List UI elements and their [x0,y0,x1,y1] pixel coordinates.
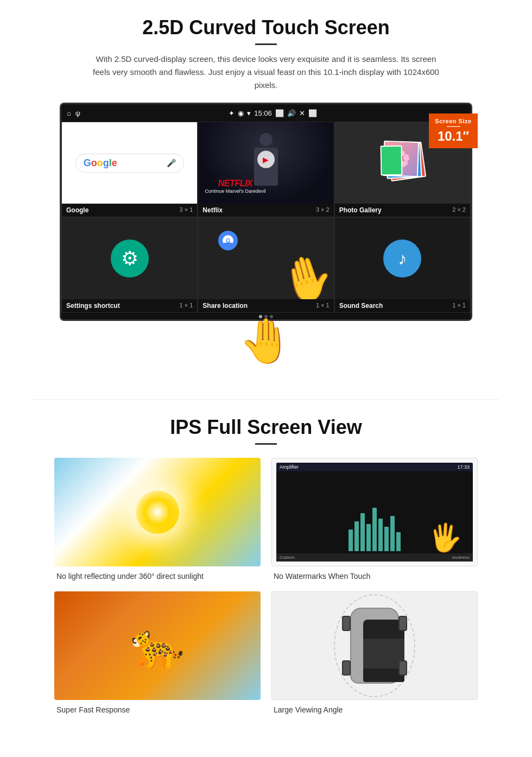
netflix-app-size: 3 × 2 [316,206,330,214]
device-statusbar: ⌂ ψ ✦ ◉ ▾ 15:06 ⬜ 🔊 ✕ ⬜ [61,104,471,122]
battery-x-icon: ✕ [299,109,305,117]
eq-bar-3[interactable] [360,513,365,551]
play-button[interactable]: ▶ [257,151,275,168]
netflix-logo-text: NETFLIX [205,179,265,188]
app-grid: Google 🎤 Google 3 × 1 [61,122,471,313]
eq-bar-7[interactable] [384,527,389,551]
screen-icon: ⬜ [308,109,317,117]
photo-stack: 🌸 [381,141,424,185]
gallery-app-name: Photo Gallery [339,206,382,214]
music-note-icon: ♪ [398,249,407,269]
eq-bar-6[interactable] [378,519,383,551]
music-circle: ♪ [383,239,421,277]
mic-icon[interactable]: 🎤 [167,159,176,167]
eq-bar-5[interactable] [372,508,377,551]
google-app-size: 3 × 1 [180,206,193,214]
amp-preset[interactable]: Custom [280,555,295,560]
maps-logo: G [214,229,242,264]
eq-bar-2[interactable] [354,521,359,551]
eq-bar-9[interactable] [396,532,401,551]
sound-label-row: Sound Search 1 × 1 [335,299,470,312]
feature-cheetah: 🐆 Super Fast Response [54,591,261,714]
app-cell-share[interactable]: G 🤚 Share location 1 × 1 [198,217,334,313]
amplifier-caption: No Watermarks When Touch [271,572,478,581]
amp-time: 17:33 [457,464,470,470]
car-wheel-rl [342,660,351,676]
amp-body: 🖐 [276,471,473,553]
google-label-row: Google 3 × 1 [62,204,197,217]
car-wheel-rr [398,660,407,676]
car-top-view [342,602,407,689]
amplifier-visual: Amplifier 17:33 [271,458,478,566]
section-ips: IPS Full Screen View No light reflecting… [0,400,532,725]
screen-size-badge: Screen Size 10.1″ [429,113,478,148]
netflix-thumbnail: ▶ NETFLIX Continue Marvel's Daredevil [198,122,333,204]
hand-pointer: 🤚 [274,248,333,299]
svg-text:G: G [226,237,231,244]
status-left: ⌂ ψ [67,109,80,117]
amp-header: Amplifier 17:33 [276,463,473,471]
app-cell-settings[interactable]: ⚙ Settings shortcut 1 × 1 [61,217,198,313]
sound-app-size: 1 × 1 [452,302,466,310]
eq-bar-4[interactable] [366,524,371,551]
sunlight-caption: No light reflecting under 360° direct su… [54,572,261,581]
wifi-icon: ▾ [247,109,251,117]
app-cell-google[interactable]: Google 🎤 Google 3 × 1 [61,122,198,217]
eq-bar-1[interactable] [349,529,353,551]
settings-label-row: Settings shortcut 1 × 1 [62,299,197,312]
settings-icon-circle: ⚙ [111,239,149,277]
car-wheel-fl [342,616,351,631]
cheetah-image: 🐆 [54,591,261,700]
amp-loudness: loudness [452,555,470,560]
amp-footer: Custom loudness [276,553,473,562]
share-label-row: Share location 1 × 1 [198,299,333,312]
bluetooth-icon: ✦ [229,109,235,117]
sound-thumbnail: ♪ [335,218,470,299]
badge-size: 10.1″ [432,129,474,144]
netflix-app-name: Netflix [202,206,223,214]
cheetah-caption: Super Fast Response [54,705,261,714]
status-time: 15:06 [254,109,272,117]
settings-app-size: 1 × 1 [180,302,193,310]
hand-touch-icon: 🖐 [428,522,462,553]
section2-title: IPS Full Screen View [33,416,499,439]
home-icon[interactable]: ⌂ [67,109,71,117]
sunlight-visual [54,458,261,566]
settings-app-name: Settings shortcut [66,302,120,310]
badge-title: Screen Size [432,118,474,124]
car-body [350,608,399,684]
amplifier-image: Amplifier 17:33 [271,458,478,566]
section-curved-touch: 2.5D Curved Touch Screen With 2.5D curve… [0,0,532,377]
netflix-label-row: Netflix 3 × 2 [198,204,333,217]
sun-burst [136,490,179,534]
volume-icon[interactable]: 🔊 [287,109,296,117]
cheetah-visual: 🐆 [54,591,261,700]
sound-app-name: Sound Search [339,302,383,310]
gallery-app-size: 2 × 2 [452,206,466,214]
settings-thumbnail: ⚙ [62,218,197,299]
car-visual [271,591,478,700]
eq-bars [349,508,401,551]
amp-title: Amplifier [280,464,299,470]
car-caption: Large Viewing Angle [271,705,478,714]
gallery-label-row: Photo Gallery 2 × 2 [335,204,470,217]
device-frame: ⌂ ψ ✦ ◉ ▾ 15:06 ⬜ 🔊 ✕ ⬜ [60,103,472,321]
app-cell-netflix[interactable]: ▶ NETFLIX Continue Marvel's Daredevil Ne… [198,122,334,217]
feature-car: Large Viewing Angle [271,591,478,714]
feature-grid: No light reflecting under 360° direct su… [33,458,499,714]
section1-description: With 2.5D curved-display screen, this de… [92,53,440,92]
feature-amplifier: Amplifier 17:33 [271,458,478,581]
section2-underline [255,443,277,445]
usb-icon: ψ [75,109,80,117]
badge-line [447,126,460,127]
google-thumbnail: Google 🎤 [62,122,197,204]
device-mockup: Screen Size 10.1″ ⌂ ψ ✦ ◉ ▾ 15:06 ⬜ 🔊 ✕ [60,103,472,367]
app-cell-sound[interactable]: ♪ Sound Search 1 × 1 [334,217,471,313]
eq-bar-8[interactable] [390,516,395,551]
status-center: ✦ ◉ ▾ 15:06 ⬜ 🔊 ✕ ⬜ [80,109,465,117]
google-search-bar[interactable]: Google 🎤 [75,154,184,173]
photo-4 [381,146,403,176]
feature-sunlight: No light reflecting under 360° direct su… [54,458,261,581]
camera-icon: ⬜ [275,109,284,117]
share-app-size: 1 × 1 [316,302,330,310]
